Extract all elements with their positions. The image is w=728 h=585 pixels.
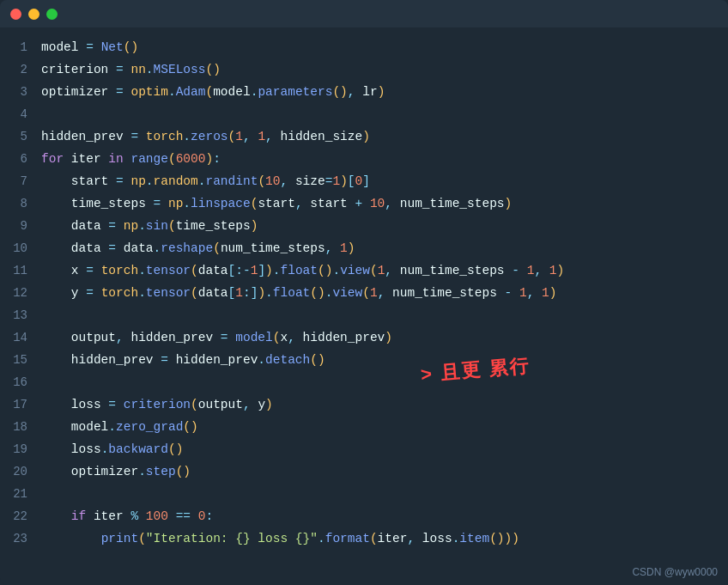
code-area: 1model = Net()2criterion = nn.MSELoss()3… xyxy=(0,27,728,585)
line-number: 11 xyxy=(7,259,27,282)
code-line: 14 output, hidden_prev = model(x, hidden… xyxy=(0,326,728,349)
line-number: 18 xyxy=(7,416,27,438)
line-number: 12 xyxy=(7,282,27,304)
code-content: hidden_prev = torch.zeros(1, 1, hidden_s… xyxy=(41,125,721,148)
window: 1model = Net()2criterion = nn.MSELoss()3… xyxy=(0,0,728,585)
line-number: 14 xyxy=(7,326,27,349)
code-line: 12 y = torch.tensor(data[1:]).float().vi… xyxy=(0,282,728,304)
code-line: 16 xyxy=(0,371,728,393)
line-number: 20 xyxy=(7,460,27,483)
line-number: 5 xyxy=(7,125,27,148)
code-content: criterion = nn.MSELoss() xyxy=(41,58,721,81)
code-line: 2criterion = nn.MSELoss() xyxy=(0,58,728,81)
line-number: 10 xyxy=(7,237,27,259)
line-number: 13 xyxy=(7,304,27,326)
code-content: data = data.reshape(num_time_steps, 1) xyxy=(41,237,721,259)
code-content: x = torch.tensor(data[:-1]).float().view… xyxy=(41,259,721,282)
code-line: 10 data = data.reshape(num_time_steps, 1… xyxy=(0,237,728,259)
line-number: 22 xyxy=(7,505,27,527)
line-number: 4 xyxy=(7,103,27,125)
code-line: 15 hidden_prev = hidden_prev.detach() xyxy=(0,349,728,371)
code-content: start = np.random.randint(10, size=1)[0] xyxy=(41,170,721,192)
code-line: 6for iter in range(6000): xyxy=(0,148,728,170)
code-content: loss = criterion(output, y) xyxy=(41,393,721,416)
code-line: 21 xyxy=(0,483,728,505)
code-content: model = Net() xyxy=(41,36,721,58)
title-bar xyxy=(0,0,728,27)
code-line: 9 data = np.sin(time_steps) xyxy=(0,215,728,237)
watermark: CSDN @wyw0000 xyxy=(632,566,718,578)
line-number: 23 xyxy=(7,527,27,550)
code-line: 17 loss = criterion(output, y) xyxy=(0,393,728,416)
line-number: 16 xyxy=(7,371,27,393)
code-content: print("Iteration: {} loss {}".format(ite… xyxy=(41,527,721,550)
code-line: 11 x = torch.tensor(data[:-1]).float().v… xyxy=(0,259,728,282)
code-content: hidden_prev = hidden_prev.detach() xyxy=(41,349,721,371)
line-number: 2 xyxy=(7,58,27,81)
code-content: data = np.sin(time_steps) xyxy=(41,215,721,237)
line-number: 9 xyxy=(7,215,27,237)
minimize-button[interactable] xyxy=(28,9,39,20)
code-line: 18 model.zero_grad() xyxy=(0,416,728,438)
line-number: 6 xyxy=(7,148,27,170)
code-content: if iter % 100 == 0: xyxy=(41,505,721,527)
code-content: loss.backward() xyxy=(41,438,721,460)
code-line: 19 loss.backward() xyxy=(0,438,728,460)
line-number: 1 xyxy=(7,36,27,58)
code-line: 20 optimizer.step() xyxy=(0,460,728,483)
code-line: 23 print("Iteration: {} loss {}".format(… xyxy=(0,527,728,550)
code-content: optimizer.step() xyxy=(41,460,721,483)
code-content: output, hidden_prev = model(x, hidden_pr… xyxy=(41,326,721,349)
line-number: 19 xyxy=(7,438,27,460)
code-line: 3optimizer = optim.Adam(model.parameters… xyxy=(0,81,728,103)
code-lines: 1model = Net()2criterion = nn.MSELoss()3… xyxy=(0,36,728,550)
code-line: 7 start = np.random.randint(10, size=1)[… xyxy=(0,170,728,192)
close-button[interactable] xyxy=(10,9,21,20)
line-number: 7 xyxy=(7,170,27,192)
maximize-button[interactable] xyxy=(46,9,58,20)
line-number: 17 xyxy=(7,393,27,416)
code-line: 8 time_steps = np.linspace(start, start … xyxy=(0,192,728,215)
code-content: optimizer = optim.Adam(model.parameters(… xyxy=(41,81,721,103)
line-number: 8 xyxy=(7,192,27,215)
line-number: 21 xyxy=(7,483,27,505)
line-number: 3 xyxy=(7,81,27,103)
code-content: y = torch.tensor(data[1:]).float().view(… xyxy=(41,282,721,304)
code-line: 4 xyxy=(0,103,728,125)
code-content: model.zero_grad() xyxy=(41,416,721,438)
code-line: 1model = Net() xyxy=(0,36,728,58)
code-line: 22 if iter % 100 == 0: xyxy=(0,505,728,527)
line-number: 15 xyxy=(7,349,27,371)
code-content: for iter in range(6000): xyxy=(41,148,721,170)
code-content: time_steps = np.linspace(start, start + … xyxy=(41,192,721,215)
code-line: 5hidden_prev = torch.zeros(1, 1, hidden_… xyxy=(0,125,728,148)
code-line: 13 xyxy=(0,304,728,326)
